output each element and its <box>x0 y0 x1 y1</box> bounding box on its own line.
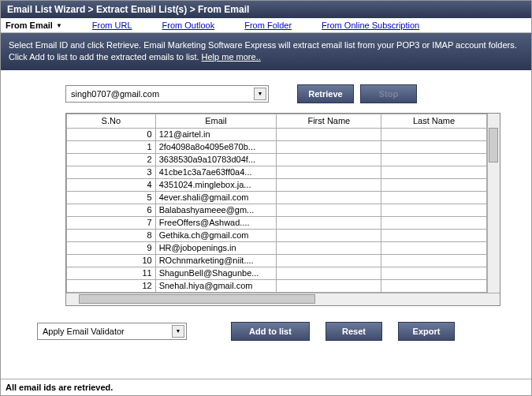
cell-email: 4ever.shali@gmail.com <box>155 191 277 204</box>
cell-email: 4351024.minglebox.ja... <box>155 178 277 191</box>
table-row[interactable]: 54ever.shali@gmail.com <box>67 191 500 204</box>
table-row[interactable]: 12fo4098a8o4095e870b... <box>67 140 500 153</box>
app-window: Email List Wizard > Extract Email List(s… <box>0 0 532 396</box>
cell-email: Gethika.ch@gmail.com <box>155 229 277 241</box>
cell-email: 2fo4098a8o4095e870b... <box>155 140 277 153</box>
table-row[interactable]: 8Gethika.ch@gmail.com <box>67 229 500 241</box>
reset-button[interactable]: Reset <box>326 322 382 341</box>
cell-sno: 4 <box>67 178 156 191</box>
instructions-text: Select Email ID and click Retrieve. Emai… <box>9 40 517 62</box>
cell-last <box>381 216 486 229</box>
table-row[interactable]: 11ShagunBell@Shagunbe... <box>67 267 500 279</box>
cell-sno: 0 <box>67 128 156 140</box>
retrieve-buttons: Retrieve Stop <box>297 84 417 103</box>
status-bar: All email ids are retrieved. <box>1 379 531 395</box>
table-header-row: S.No Email First Name Last Name <box>67 114 500 128</box>
title-text: Email List Wizard > Extract Email List(s… <box>7 4 249 15</box>
content-area: singh0707@gmail.com ▼ Retrieve Stop S.No… <box>1 70 531 379</box>
cell-first <box>277 178 381 191</box>
table-row[interactable]: 44351024.minglebox.ja... <box>67 178 500 191</box>
cell-email: HR@jobopenings.in <box>155 241 277 254</box>
cell-sno: 2 <box>67 153 156 166</box>
cell-first <box>277 216 381 229</box>
cell-first <box>277 279 381 292</box>
cell-email: FreeOffers@Ashwad.... <box>155 216 277 229</box>
col-email[interactable]: Email <box>155 114 277 128</box>
help-link[interactable]: Help me more.. <box>202 52 261 62</box>
email-id-value: singh0707@gmail.com <box>71 89 159 99</box>
cell-last <box>381 140 486 153</box>
cell-first <box>277 254 381 267</box>
tab-from-online[interactable]: From Online Subscription <box>322 21 419 30</box>
cell-last <box>381 279 486 292</box>
scrollbar-thumb[interactable] <box>79 294 315 304</box>
scrollbar-thumb[interactable] <box>489 128 498 163</box>
cell-sno: 7 <box>67 216 156 229</box>
cell-first <box>277 241 381 254</box>
retrieve-button[interactable]: Retrieve <box>297 84 354 103</box>
cell-email: 3638530a9a10783d04f... <box>155 153 277 166</box>
chevron-down-icon: ▼ <box>56 22 62 29</box>
cell-last <box>381 267 486 279</box>
cell-last <box>381 191 486 204</box>
cell-sno: 10 <box>67 254 156 267</box>
table-row[interactable]: 23638530a9a10783d04f... <box>67 153 500 166</box>
table-row[interactable]: 12Snehal.hiya@gmail.com <box>67 279 500 292</box>
table-row[interactable]: 9HR@jobopenings.in <box>67 241 500 254</box>
col-first[interactable]: First Name <box>277 114 381 128</box>
tab-from-outlook[interactable]: From Outlook <box>162 21 215 30</box>
cell-email: Balabashyameee@gm... <box>155 204 277 216</box>
cell-sno: 11 <box>67 267 156 279</box>
cell-last <box>381 229 486 241</box>
cell-sno: 9 <box>67 241 156 254</box>
table-row[interactable]: 341cbe1c3a7ae63ff0a4... <box>67 166 500 178</box>
vertical-scrollbar[interactable] <box>487 114 500 293</box>
table-row[interactable]: 10ROchnmarketing@niit.... <box>67 254 500 267</box>
status-text: All email ids are retrieved. <box>6 383 113 392</box>
cell-sno: 12 <box>67 279 156 292</box>
validator-select[interactable]: Apply Email Validator ▼ <box>37 323 187 340</box>
cell-first <box>277 140 381 153</box>
tab-bar: From Email ▼ From URL From Outlook From … <box>1 18 531 33</box>
cell-sno: 8 <box>67 229 156 241</box>
tab-from-folder[interactable]: From Folder <box>244 21 292 30</box>
tab-from-url[interactable]: From URL <box>92 21 132 30</box>
cell-last <box>381 241 486 254</box>
cell-first <box>277 204 381 216</box>
cell-last <box>381 178 486 191</box>
cell-first <box>277 166 381 178</box>
cell-sno: 3 <box>67 166 156 178</box>
results-table: S.No Email First Name Last Name 0121@air… <box>66 114 500 293</box>
action-buttons: Add to list Reset Export <box>231 322 455 341</box>
cell-first <box>277 128 381 140</box>
horizontal-scrollbar[interactable] <box>66 293 500 305</box>
instructions-panel: Select Email ID and click Retrieve. Emai… <box>1 33 531 70</box>
chevron-down-icon: ▼ <box>254 88 266 100</box>
cell-first <box>277 153 381 166</box>
add-to-list-button[interactable]: Add to list <box>231 322 310 341</box>
table-row[interactable]: 0121@airtel.in <box>67 128 500 140</box>
email-id-select[interactable]: singh0707@gmail.com ▼ <box>65 85 269 103</box>
cell-email: 121@airtel.in <box>155 128 277 140</box>
col-sno[interactable]: S.No <box>67 114 156 128</box>
cell-email: ROchnmarketing@niit.... <box>155 254 277 267</box>
tab-from-email-label: From Email <box>6 21 53 30</box>
title-bar: Email List Wizard > Extract Email List(s… <box>1 1 531 18</box>
tab-from-email[interactable]: From Email ▼ <box>6 21 62 30</box>
cell-sno: 5 <box>67 191 156 204</box>
table-row[interactable]: 6Balabashyameee@gm... <box>67 204 500 216</box>
chevron-down-icon: ▼ <box>172 325 184 338</box>
stop-button[interactable]: Stop <box>360 84 417 103</box>
cell-last <box>381 254 486 267</box>
export-button[interactable]: Export <box>398 322 455 341</box>
cell-first <box>277 267 381 279</box>
retrieve-row: singh0707@gmail.com ▼ Retrieve Stop <box>65 84 515 103</box>
cell-last <box>381 128 486 140</box>
col-last[interactable]: Last Name <box>381 114 486 128</box>
table-row[interactable]: 7FreeOffers@Ashwad.... <box>67 216 500 229</box>
results-table-wrap: S.No Email First Name Last Name 0121@air… <box>65 113 500 306</box>
cell-first <box>277 229 381 241</box>
cell-email: ShagunBell@Shagunbe... <box>155 267 277 279</box>
cell-email: Snehal.hiya@gmail.com <box>155 279 277 292</box>
cell-first <box>277 191 381 204</box>
